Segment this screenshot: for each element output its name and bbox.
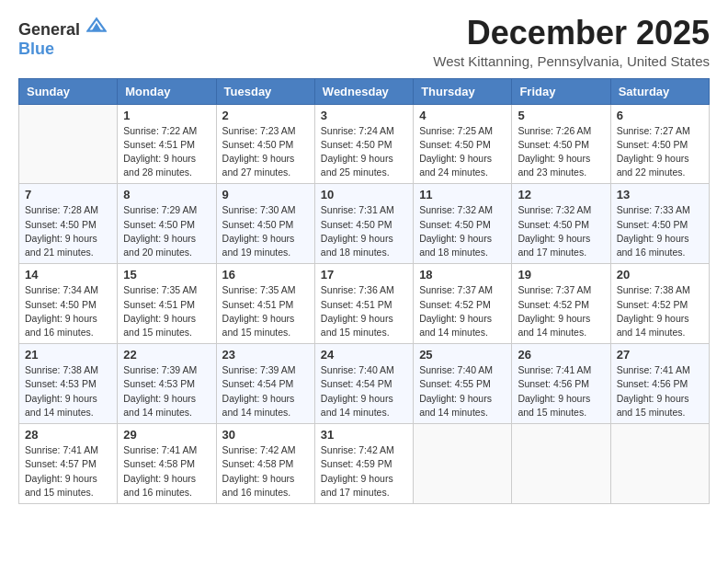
day-number: 22 (123, 348, 210, 362)
logo-blue: Blue (18, 40, 54, 58)
calendar-cell: 12 Sunrise: 7:32 AM Sunset: 4:50 PM Dayl… (512, 184, 610, 264)
calendar-cell: 21 Sunrise: 7:38 AM Sunset: 4:53 PM Dayl… (19, 344, 118, 424)
day-number: 19 (518, 268, 604, 282)
weekday-header-wednesday: Wednesday (314, 78, 413, 104)
daylight-text: Daylight: 9 hours and 15 minutes. (617, 393, 689, 418)
day-info: Sunrise: 7:28 AM Sunset: 4:50 PM Dayligh… (25, 203, 111, 259)
daylight-text: Daylight: 9 hours and 15 minutes. (321, 313, 393, 338)
location-title: West Kittanning, Pennsylvania, United St… (433, 53, 710, 69)
calendar-cell (610, 424, 709, 504)
sunset-text: Sunset: 4:50 PM (419, 219, 491, 230)
sunrise-text: Sunrise: 7:32 AM (518, 204, 591, 215)
sunset-text: Sunset: 4:50 PM (222, 219, 294, 230)
calendar-cell: 23 Sunrise: 7:39 AM Sunset: 4:54 PM Dayl… (216, 344, 314, 424)
day-info: Sunrise: 7:40 AM Sunset: 4:54 PM Dayligh… (321, 363, 407, 419)
daylight-text: Daylight: 9 hours and 23 minutes. (518, 153, 590, 178)
day-number: 15 (123, 268, 210, 282)
sunrise-text: Sunrise: 7:24 AM (321, 125, 394, 136)
sunrise-text: Sunrise: 7:42 AM (321, 444, 394, 455)
calendar-cell: 28 Sunrise: 7:41 AM Sunset: 4:57 PM Dayl… (19, 424, 118, 504)
logo-icon (86, 15, 107, 35)
sunset-text: Sunset: 4:50 PM (617, 139, 688, 150)
calendar-cell: 18 Sunrise: 7:37 AM Sunset: 4:52 PM Dayl… (414, 264, 512, 344)
sunset-text: Sunset: 4:50 PM (419, 139, 491, 150)
daylight-text: Daylight: 9 hours and 24 minutes. (419, 153, 492, 178)
calendar-cell: 1 Sunrise: 7:22 AM Sunset: 4:51 PM Dayli… (118, 104, 216, 184)
sunrise-text: Sunrise: 7:34 AM (25, 284, 98, 295)
day-info: Sunrise: 7:41 AM Sunset: 4:57 PM Dayligh… (25, 443, 111, 500)
sunset-text: Sunset: 4:51 PM (222, 299, 294, 310)
day-info: Sunrise: 7:41 AM Sunset: 4:58 PM Dayligh… (123, 443, 210, 500)
calendar-cell: 8 Sunrise: 7:29 AM Sunset: 4:50 PM Dayli… (118, 184, 216, 264)
daylight-text: Daylight: 9 hours and 14 minutes. (518, 313, 590, 338)
day-number: 24 (321, 348, 407, 362)
logo: General Blue (18, 15, 107, 59)
day-number: 16 (222, 268, 309, 282)
calendar-week-row: 28 Sunrise: 7:41 AM Sunset: 4:57 PM Dayl… (19, 424, 710, 504)
sunrise-text: Sunrise: 7:31 AM (321, 204, 394, 215)
daylight-text: Daylight: 9 hours and 15 minutes. (222, 313, 295, 338)
day-info: Sunrise: 7:27 AM Sunset: 4:50 PM Dayligh… (617, 124, 703, 180)
sunset-text: Sunset: 4:50 PM (123, 219, 195, 230)
calendar-cell: 15 Sunrise: 7:35 AM Sunset: 4:51 PM Dayl… (118, 264, 216, 344)
daylight-text: Daylight: 9 hours and 19 minutes. (222, 233, 295, 258)
weekday-header-thursday: Thursday (414, 78, 512, 104)
day-info: Sunrise: 7:36 AM Sunset: 4:51 PM Dayligh… (321, 283, 407, 339)
weekday-header-row: SundayMondayTuesdayWednesdayThursdayFrid… (19, 78, 710, 104)
calendar-table: SundayMondayTuesdayWednesdayThursdayFrid… (18, 78, 710, 504)
sunrise-text: Sunrise: 7:25 AM (419, 125, 493, 136)
sunset-text: Sunset: 4:50 PM (518, 139, 589, 150)
sunrise-text: Sunrise: 7:29 AM (123, 204, 197, 215)
calendar-cell: 14 Sunrise: 7:34 AM Sunset: 4:50 PM Dayl… (19, 264, 118, 344)
calendar-cell: 13 Sunrise: 7:33 AM Sunset: 4:50 PM Dayl… (610, 184, 709, 264)
day-number: 17 (321, 268, 407, 282)
sunrise-text: Sunrise: 7:41 AM (617, 364, 690, 375)
sunrise-text: Sunrise: 7:40 AM (419, 364, 493, 375)
day-number: 10 (321, 188, 407, 201)
calendar-week-row: 21 Sunrise: 7:38 AM Sunset: 4:53 PM Dayl… (19, 344, 710, 424)
calendar-cell: 10 Sunrise: 7:31 AM Sunset: 4:50 PM Dayl… (314, 184, 413, 264)
sunset-text: Sunset: 4:52 PM (518, 299, 589, 310)
day-info: Sunrise: 7:34 AM Sunset: 4:50 PM Dayligh… (25, 283, 111, 339)
calendar-cell: 7 Sunrise: 7:28 AM Sunset: 4:50 PM Dayli… (19, 184, 118, 264)
sunset-text: Sunset: 4:58 PM (222, 458, 294, 469)
day-number: 28 (25, 428, 111, 442)
day-info: Sunrise: 7:37 AM Sunset: 4:52 PM Dayligh… (518, 283, 604, 339)
day-info: Sunrise: 7:29 AM Sunset: 4:50 PM Dayligh… (123, 203, 210, 259)
weekday-header-friday: Friday (512, 78, 610, 104)
sunset-text: Sunset: 4:57 PM (25, 458, 97, 469)
day-info: Sunrise: 7:33 AM Sunset: 4:50 PM Dayligh… (617, 203, 703, 259)
weekday-header-saturday: Saturday (610, 78, 709, 104)
day-info: Sunrise: 7:31 AM Sunset: 4:50 PM Dayligh… (321, 203, 407, 259)
sunset-text: Sunset: 4:56 PM (617, 378, 688, 389)
sunset-text: Sunset: 4:50 PM (518, 219, 589, 230)
sunset-text: Sunset: 4:53 PM (123, 378, 195, 389)
sunrise-text: Sunrise: 7:38 AM (25, 364, 98, 375)
day-info: Sunrise: 7:38 AM Sunset: 4:53 PM Dayligh… (25, 363, 111, 419)
calendar-week-row: 14 Sunrise: 7:34 AM Sunset: 4:50 PM Dayl… (19, 264, 710, 344)
sunrise-text: Sunrise: 7:33 AM (617, 204, 690, 215)
calendar-cell: 2 Sunrise: 7:23 AM Sunset: 4:50 PM Dayli… (216, 104, 314, 184)
day-number: 18 (419, 268, 506, 282)
daylight-text: Daylight: 9 hours and 16 minutes. (617, 233, 689, 258)
weekday-header-monday: Monday (118, 78, 216, 104)
daylight-text: Daylight: 9 hours and 28 minutes. (123, 153, 196, 178)
day-number: 12 (518, 188, 604, 201)
sunrise-text: Sunrise: 7:35 AM (222, 284, 296, 295)
calendar-cell: 25 Sunrise: 7:40 AM Sunset: 4:55 PM Dayl… (414, 344, 512, 424)
daylight-text: Daylight: 9 hours and 14 minutes. (123, 393, 196, 418)
day-number: 30 (222, 428, 309, 442)
sunset-text: Sunset: 4:56 PM (518, 378, 589, 389)
day-info: Sunrise: 7:22 AM Sunset: 4:51 PM Dayligh… (123, 124, 210, 180)
calendar-cell: 6 Sunrise: 7:27 AM Sunset: 4:50 PM Dayli… (610, 104, 709, 184)
day-number: 25 (419, 348, 506, 362)
sunrise-text: Sunrise: 7:32 AM (419, 204, 493, 215)
sunrise-text: Sunrise: 7:40 AM (321, 364, 394, 375)
day-number: 7 (25, 188, 111, 201)
day-info: Sunrise: 7:32 AM Sunset: 4:50 PM Dayligh… (419, 203, 506, 259)
daylight-text: Daylight: 9 hours and 21 minutes. (25, 233, 97, 258)
sunrise-text: Sunrise: 7:37 AM (518, 284, 591, 295)
daylight-text: Daylight: 9 hours and 14 minutes. (419, 393, 492, 418)
day-number: 6 (617, 109, 703, 122)
logo-general: General (18, 20, 80, 39)
